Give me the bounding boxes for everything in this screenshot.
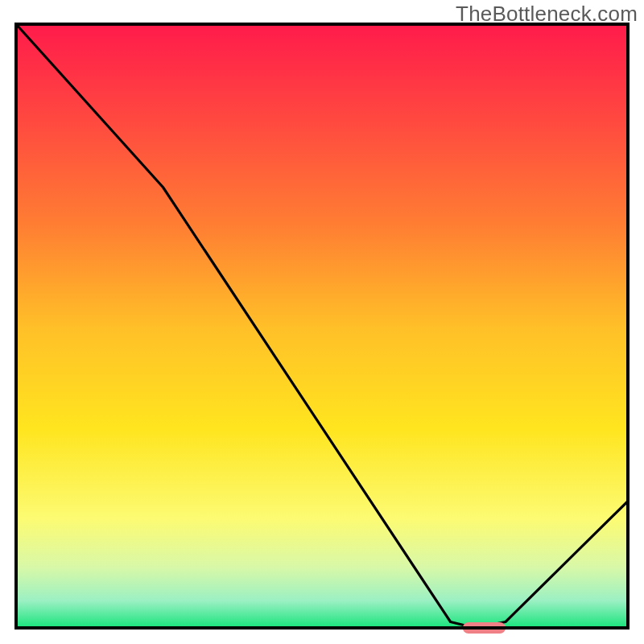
watermark-text: TheBottleneck.com xyxy=(456,2,638,27)
bottleneck-chart xyxy=(0,0,644,644)
gradient-background xyxy=(16,24,628,628)
chart-frame: TheBottleneck.com xyxy=(0,0,644,644)
